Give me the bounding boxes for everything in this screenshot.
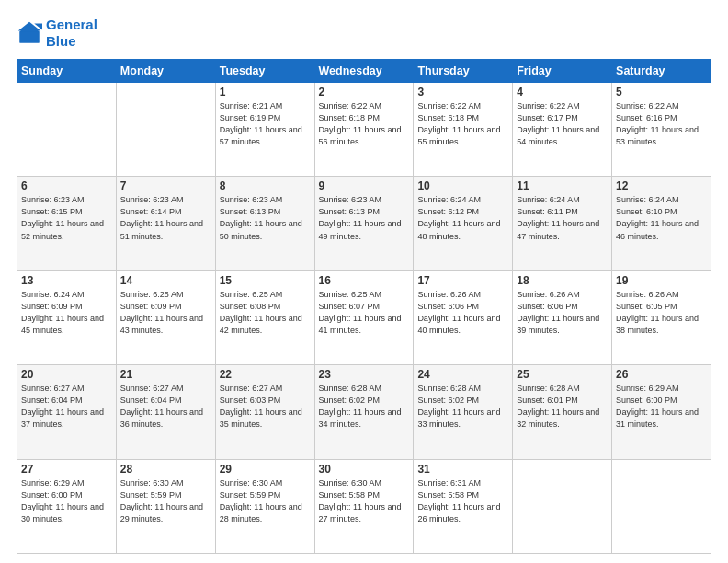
calendar-cell: 2Sunrise: 6:22 AM Sunset: 6:18 PM Daylig… [314,83,414,177]
day-info: Sunrise: 6:27 AM Sunset: 6:03 PM Dayligh… [220,383,311,431]
calendar-cell: 6Sunrise: 6:23 AM Sunset: 6:15 PM Daylig… [17,177,117,270]
calendar-cell: 21Sunrise: 6:27 AM Sunset: 6:04 PM Dayli… [116,365,215,459]
weekday-header-sunday: Sunday [17,60,117,83]
weekday-header-friday: Friday [513,60,612,83]
calendar-cell: 17Sunrise: 6:26 AM Sunset: 6:06 PM Dayli… [414,270,513,364]
weekday-header-monday: Monday [116,60,215,83]
calendar-cell: 25Sunrise: 6:28 AM Sunset: 6:01 PM Dayli… [513,365,612,459]
day-number: 7 [120,179,211,192]
calendar-cell [116,83,215,177]
day-number: 20 [21,368,112,381]
day-info: Sunrise: 6:25 AM Sunset: 6:08 PM Dayligh… [220,289,311,337]
day-number: 17 [417,274,508,287]
header: General Blue [17,17,711,50]
calendar-cell: 7Sunrise: 6:23 AM Sunset: 6:14 PM Daylig… [116,177,215,270]
day-number: 6 [21,179,112,192]
day-info: Sunrise: 6:22 AM Sunset: 6:16 PM Dayligh… [616,100,707,148]
day-number: 14 [120,274,211,287]
day-info: Sunrise: 6:26 AM Sunset: 6:06 PM Dayligh… [517,289,608,337]
day-info: Sunrise: 6:26 AM Sunset: 6:05 PM Dayligh… [616,289,707,337]
calendar-cell: 15Sunrise: 6:25 AM Sunset: 6:08 PM Dayli… [215,270,314,364]
weekday-header-thursday: Thursday [414,60,513,83]
day-number: 24 [417,368,508,381]
calendar-cell [612,459,711,553]
day-number: 15 [220,274,311,287]
day-info: Sunrise: 6:24 AM Sunset: 6:09 PM Dayligh… [21,289,112,337]
weekday-row: SundayMondayTuesdayWednesdayThursdayFrid… [17,60,711,83]
logo-general: General [46,17,97,32]
day-number: 27 [21,463,112,476]
day-number: 25 [517,368,608,381]
day-info: Sunrise: 6:22 AM Sunset: 6:18 PM Dayligh… [319,100,410,148]
calendar-week-1: 1Sunrise: 6:21 AM Sunset: 6:19 PM Daylig… [17,83,711,177]
day-info: Sunrise: 6:29 AM Sunset: 6:00 PM Dayligh… [21,477,112,525]
calendar-cell: 4Sunrise: 6:22 AM Sunset: 6:17 PM Daylig… [513,83,612,177]
day-number: 16 [319,274,410,287]
day-info: Sunrise: 6:25 AM Sunset: 6:09 PM Dayligh… [120,289,211,337]
day-info: Sunrise: 6:23 AM Sunset: 6:13 PM Dayligh… [319,194,410,242]
calendar-cell: 23Sunrise: 6:28 AM Sunset: 6:02 PM Dayli… [314,365,414,459]
day-info: Sunrise: 6:30 AM Sunset: 5:58 PM Dayligh… [319,477,410,525]
day-number: 1 [220,86,311,98]
calendar-body: 1Sunrise: 6:21 AM Sunset: 6:19 PM Daylig… [17,83,711,554]
calendar-week-5: 27Sunrise: 6:29 AM Sunset: 6:00 PM Dayli… [17,459,711,553]
calendar-cell: 14Sunrise: 6:25 AM Sunset: 6:09 PM Dayli… [116,270,215,364]
calendar-cell [17,83,117,177]
day-info: Sunrise: 6:22 AM Sunset: 6:17 PM Dayligh… [517,100,608,148]
calendar-cell: 27Sunrise: 6:29 AM Sunset: 6:00 PM Dayli… [17,459,117,553]
day-info: Sunrise: 6:24 AM Sunset: 6:10 PM Dayligh… [616,194,707,242]
day-info: Sunrise: 6:22 AM Sunset: 6:18 PM Dayligh… [417,100,508,148]
day-number: 29 [220,463,311,476]
day-info: Sunrise: 6:24 AM Sunset: 6:12 PM Dayligh… [417,194,508,242]
calendar-cell: 8Sunrise: 6:23 AM Sunset: 6:13 PM Daylig… [215,177,314,270]
calendar-cell: 10Sunrise: 6:24 AM Sunset: 6:12 PM Dayli… [414,177,513,270]
weekday-header-saturday: Saturday [612,60,711,83]
calendar-cell: 13Sunrise: 6:24 AM Sunset: 6:09 PM Dayli… [17,270,117,364]
weekday-header-wednesday: Wednesday [314,60,414,83]
day-number: 28 [120,463,211,476]
weekday-header-tuesday: Tuesday [215,60,314,83]
calendar-header: SundayMondayTuesdayWednesdayThursdayFrid… [17,60,711,83]
calendar-cell: 29Sunrise: 6:30 AM Sunset: 5:59 PM Dayli… [215,459,314,553]
day-number: 31 [417,463,508,476]
day-number: 9 [319,179,410,192]
day-info: Sunrise: 6:23 AM Sunset: 6:15 PM Dayligh… [21,194,112,242]
calendar-week-4: 20Sunrise: 6:27 AM Sunset: 6:04 PM Dayli… [17,365,711,459]
day-number: 21 [120,368,211,381]
calendar-cell: 9Sunrise: 6:23 AM Sunset: 6:13 PM Daylig… [314,177,414,270]
day-number: 8 [220,179,311,192]
day-info: Sunrise: 6:30 AM Sunset: 5:59 PM Dayligh… [220,477,311,525]
day-number: 13 [21,274,112,287]
calendar-cell: 3Sunrise: 6:22 AM Sunset: 6:18 PM Daylig… [414,83,513,177]
day-info: Sunrise: 6:24 AM Sunset: 6:11 PM Dayligh… [517,194,608,242]
calendar-cell: 1Sunrise: 6:21 AM Sunset: 6:19 PM Daylig… [215,83,314,177]
calendar-cell: 19Sunrise: 6:26 AM Sunset: 6:05 PM Dayli… [612,270,711,364]
day-info: Sunrise: 6:30 AM Sunset: 5:59 PM Dayligh… [120,477,211,525]
logo: General Blue [17,17,97,50]
day-info: Sunrise: 6:27 AM Sunset: 6:04 PM Dayligh… [21,383,112,431]
day-number: 12 [616,179,707,192]
day-number: 26 [616,368,707,381]
calendar-table: SundayMondayTuesdayWednesdayThursdayFrid… [17,59,711,554]
calendar-cell: 5Sunrise: 6:22 AM Sunset: 6:16 PM Daylig… [612,83,711,177]
day-number: 22 [220,368,311,381]
day-info: Sunrise: 6:23 AM Sunset: 6:13 PM Dayligh… [220,194,311,242]
calendar-cell: 12Sunrise: 6:24 AM Sunset: 6:10 PM Dayli… [612,177,711,270]
calendar-cell: 16Sunrise: 6:25 AM Sunset: 6:07 PM Dayli… [314,270,414,364]
day-info: Sunrise: 6:21 AM Sunset: 6:19 PM Dayligh… [220,100,311,148]
calendar-cell: 20Sunrise: 6:27 AM Sunset: 6:04 PM Dayli… [17,365,117,459]
calendar-cell: 11Sunrise: 6:24 AM Sunset: 6:11 PM Dayli… [513,177,612,270]
calendar-cell: 30Sunrise: 6:30 AM Sunset: 5:58 PM Dayli… [314,459,414,553]
calendar-cell: 18Sunrise: 6:26 AM Sunset: 6:06 PM Dayli… [513,270,612,364]
logo-text: General Blue [46,17,97,50]
day-info: Sunrise: 6:26 AM Sunset: 6:06 PM Dayligh… [417,289,508,337]
calendar-cell: 31Sunrise: 6:31 AM Sunset: 5:58 PM Dayli… [414,459,513,553]
day-number: 5 [616,86,707,98]
day-info: Sunrise: 6:31 AM Sunset: 5:58 PM Dayligh… [417,477,508,525]
day-number: 10 [417,179,508,192]
page: General Blue SundayMondayTuesdayWednesda… [0,0,728,563]
calendar-week-3: 13Sunrise: 6:24 AM Sunset: 6:09 PM Dayli… [17,270,711,364]
calendar-cell: 26Sunrise: 6:29 AM Sunset: 6:00 PM Dayli… [612,365,711,459]
day-number: 11 [517,179,608,192]
logo-blue: Blue [46,33,97,50]
